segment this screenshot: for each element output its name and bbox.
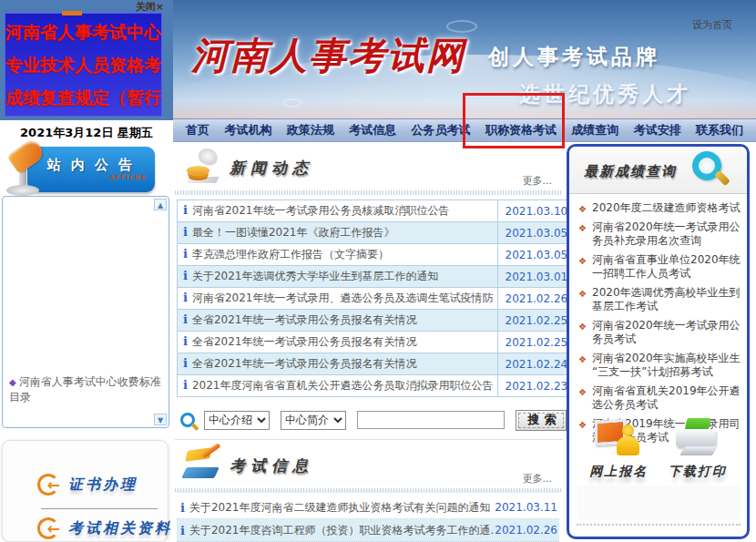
exam-info-more-link[interactable]: 更多... <box>523 472 553 486</box>
announcement-scroll-box: ▲ ▼ ◆河南省人事考试中心收费标准目录 <box>2 196 169 428</box>
search-button[interactable]: 搜索 <box>516 410 567 431</box>
news-row[interactable]: i全省2021年统一考试录用公务员报名有关情况 2021.02.25 <box>178 310 572 332</box>
news-more-link[interactable]: 更多... <box>523 174 553 188</box>
results-list-item[interactable]: ❖河南省2020年实施高校毕业生“三支一扶”计划招募考试 <box>578 352 741 379</box>
news-title-cell: i李克强总理作政府工作报告（文字摘要） <box>178 244 498 266</box>
nav-item-policies[interactable]: 政策法规 <box>287 122 334 138</box>
results-list-item[interactable]: ❖河南省2020年统一考试录用公务员考试 <box>578 319 741 346</box>
diamond-bullet-icon: ❖ <box>578 202 587 216</box>
nav-item-civil-service[interactable]: 公务员考试 <box>412 122 471 138</box>
news-row[interactable]: i河南省2021年统一考试录用、遴选公务员及选调生笔试疫情防 2021.02.2… <box>178 288 572 310</box>
left-column: 关闭× 河南省人事考试中心 专业技术人员资格考试 成绩复查规定（暂行） 2021… <box>0 0 173 542</box>
certificate-link[interactable]: ← 证书办理 <box>37 474 138 496</box>
news-table: i河南省2021年统一考试录用公务员核减取消职位公告 2021.03.10 i最… <box>177 199 572 397</box>
info-bullet-icon: i <box>183 312 188 326</box>
diamond-bullet-icon: ❖ <box>578 353 587 366</box>
nav-item-home[interactable]: 首页 <box>186 122 209 138</box>
nav-item-contact[interactable]: 联系我们 <box>696 122 743 138</box>
exam-materials-link-label: 考试相关资料 <box>68 519 172 538</box>
content-area: 新闻动态 更多... i河南省2021年统一考试录用公务员核减取消职位公告 20… <box>173 142 756 542</box>
scroll-up-button[interactable]: ▲ <box>154 199 167 210</box>
news-title-cell: i河南省2021年统一考试录用公务员核减取消职位公告 <box>178 200 498 222</box>
results-list-item[interactable]: ❖2020年度二级建造师资格考试 <box>578 201 741 215</box>
search-divider <box>175 439 563 440</box>
search-subcategory-select[interactable]: 中心简介 <box>281 411 346 430</box>
results-panel-title: 最新成绩查询 <box>584 163 677 180</box>
download-print-link[interactable]: 下载打印 <box>669 418 727 480</box>
info-bullet-icon: i <box>183 378 188 392</box>
main-area: 设为首页 河南人事考试网 创人事考试品牌 选世纪优秀人才 首页 考试机构 政策法… <box>173 0 756 542</box>
exam-info-section-header: 考试信息 更多... <box>173 445 567 486</box>
left-quick-links-card: ← 证书办理 ← 考试相关资料 <box>2 440 169 542</box>
news-row[interactable]: i关于2021年选调优秀大学毕业生到基层工作的通知 2021.03.01 <box>178 266 572 288</box>
circle-arrow-icon: ← <box>37 517 59 539</box>
news-title-cell: i河南省2021年统一考试录用、遴选公务员及选调生笔试疫情防 <box>178 288 498 310</box>
exam-info-section-title: 考试信息 <box>230 455 313 476</box>
magnifier-icon <box>692 151 721 180</box>
certificate-link-label: 证书办理 <box>68 476 138 495</box>
info-bullet-icon: i <box>183 269 188 282</box>
online-registration-icon <box>593 418 644 460</box>
nav-item-score-query[interactable]: 成绩查询 <box>571 122 618 138</box>
news-date-cell: 2021.03.05 <box>497 222 572 244</box>
exam-info-title: 关于2021年度河南省二级建造师执业资格考试有关问题的通知 <box>189 500 494 516</box>
popup-line: 河南省人事考试中心 <box>5 15 161 48</box>
search-input[interactable] <box>357 411 505 429</box>
news-row[interactable]: i2021年度河南省省直机关公开遴选公务员取消拟录用职位公告 2021.02.2… <box>178 375 572 397</box>
results-list-item[interactable]: ❖河南省省直机关2019年公开遴选公务员考试 <box>578 384 741 412</box>
info-bullet-icon: i <box>183 291 188 304</box>
info-bullet-icon: i <box>183 334 188 348</box>
online-registration-link[interactable]: 网上报名 <box>589 418 648 480</box>
news-date-cell: 2021.02.24 <box>497 353 572 375</box>
news-title-cell: i最全！一图读懂2021年《政府工作报告》 <box>178 222 498 244</box>
announcement-popup[interactable]: 河南省人事考试中心 专业技术人员资格考试 成绩复查规定（暂行） <box>5 13 162 117</box>
set-homepage-link[interactable]: 设为首页 <box>692 18 732 32</box>
nav-item-institutions[interactable]: 考试机构 <box>224 122 271 138</box>
news-row[interactable]: i河南省2021年统一考试录用公务员核减取消职位公告 2021.03.10 <box>178 200 572 222</box>
diamond-bullet-icon: ◆ <box>9 377 16 387</box>
card-divider <box>41 508 158 509</box>
search-icon <box>180 413 195 427</box>
popup-close-button[interactable]: 关闭× <box>136 0 164 14</box>
info-bullet-icon: i <box>183 247 188 261</box>
site-title: 河南人事考试网 <box>191 31 465 81</box>
exam-info-row[interactable]: i 关于2021年度河南省二级建造师执业资格考试有关问题的通知 2021.03.… <box>177 496 559 519</box>
exam-materials-link[interactable]: ← 考试相关资料 <box>37 517 172 539</box>
news-row[interactable]: i最全！一图读懂2021年《政府工作报告》 2021.03.05 <box>178 222 572 244</box>
news-section-title: 新闻动态 <box>230 158 313 179</box>
dotted-divider <box>175 189 561 195</box>
exam-info-title: 关于2021年度咨询工程师（投资）职业资格考试考务工作的通... <box>189 523 494 538</box>
news-date-cell: 2021.02.23 <box>497 375 572 397</box>
diamond-bullet-icon: ❖ <box>578 254 587 268</box>
nav-item-exam-schedule[interactable]: 考试安排 <box>634 122 681 138</box>
news-row[interactable]: i全省2021年统一考试录用公务员报名有关情况 2021.02.24 <box>178 353 572 375</box>
info-bullet-icon: i <box>183 203 188 217</box>
exam-info-row[interactable]: i 关于2021年度咨询工程师（投资）职业资格考试考务工作的通... 2021.… <box>177 519 559 542</box>
dotted-divider <box>175 487 561 493</box>
nav-item-exam-info[interactable]: 考试信息 <box>349 122 396 138</box>
news-date-cell: 2021.02.26 <box>497 288 572 310</box>
online-registration-label: 网上报名 <box>589 464 648 480</box>
exam-info-section-icon <box>184 446 222 481</box>
highlight-annotation-box <box>463 93 565 148</box>
info-bullet-icon: i <box>180 524 185 537</box>
results-list-item[interactable]: ❖2020年选调优秀高校毕业生到基层工作考试 <box>578 286 741 313</box>
search-category-select[interactable]: 中心介绍 <box>204 411 270 430</box>
current-date: 2021年3月12日 星期五 <box>0 125 173 141</box>
site-search-bar: 中心介绍 中心简介 搜索 <box>180 408 567 432</box>
scroll-down-button[interactable]: ▼ <box>154 414 167 425</box>
download-print-label: 下载打印 <box>669 464 727 480</box>
info-bullet-icon: i <box>183 225 188 239</box>
news-row[interactable]: i全省2021年统一考试录用公务员报名有关情况 2021.02.25 <box>178 332 572 353</box>
fee-catalog-link[interactable]: ◆河南省人事考试中心收费标准目录 <box>9 374 164 405</box>
news-title-cell: i全省2021年统一考试录用公务员报名有关情况 <box>178 332 498 353</box>
news-row[interactable]: i李克强总理作政府工作报告（文字摘要） 2021.03.05 <box>178 244 572 266</box>
popup-line: 专业技术人员资格考试 <box>5 48 161 81</box>
results-list-item[interactable]: ❖河南省省直事业单位2020年统一招聘工作人员考试 <box>578 253 741 281</box>
news-title-cell: i2021年度河南省省直机关公开遴选公务员取消拟录用职位公告 <box>178 375 498 397</box>
main-column: 新闻动态 更多... i河南省2021年统一考试录用公务员核减取消职位公告 20… <box>173 142 567 542</box>
news-date-cell: 2021.03.05 <box>497 244 572 266</box>
exam-info-list: i 关于2021年度河南省二级建造师执业资格考试有关问题的通知 2021.03.… <box>177 496 559 542</box>
news-title-cell: i关于2021年选调优秀大学毕业生到基层工作的通知 <box>178 266 498 288</box>
results-list-item[interactable]: ❖河南省2020年统一考试录用公务员补充录用名次查询 <box>578 220 741 248</box>
